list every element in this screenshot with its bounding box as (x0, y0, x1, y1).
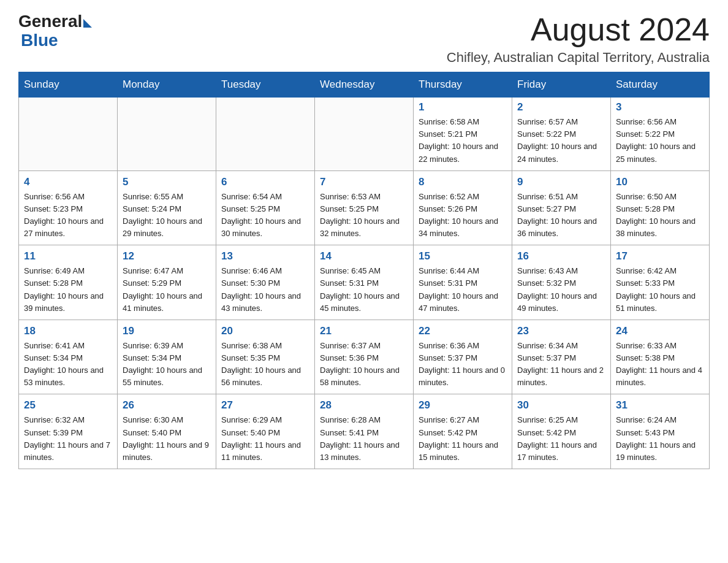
day-number: 1 (419, 101, 507, 113)
day-info: Sunrise: 6:46 AM Sunset: 5:30 PM Dayligh… (221, 265, 309, 315)
day-number: 24 (616, 325, 704, 337)
day-info: Sunrise: 6:24 AM Sunset: 5:43 PM Dayligh… (616, 414, 704, 464)
day-number: 22 (419, 325, 507, 337)
calendar-week-row: 4Sunrise: 6:56 AM Sunset: 5:23 PM Daylig… (19, 170, 710, 245)
day-number: 3 (616, 101, 704, 113)
calendar-cell: 5Sunrise: 6:55 AM Sunset: 5:24 PM Daylig… (118, 170, 216, 245)
calendar-cell: 12Sunrise: 6:47 AM Sunset: 5:29 PM Dayli… (118, 245, 216, 320)
calendar-header-saturday: Saturday (611, 72, 710, 98)
day-info: Sunrise: 6:25 AM Sunset: 5:42 PM Dayligh… (517, 414, 605, 464)
day-number: 19 (123, 325, 211, 337)
calendar-cell: 18Sunrise: 6:41 AM Sunset: 5:34 PM Dayli… (19, 320, 118, 394)
calendar-cell: 2Sunrise: 6:57 AM Sunset: 5:22 PM Daylig… (512, 98, 611, 171)
day-number: 2 (517, 101, 605, 113)
day-info: Sunrise: 6:45 AM Sunset: 5:31 PM Dayligh… (320, 265, 408, 315)
day-number: 11 (24, 250, 112, 262)
calendar-cell: 21Sunrise: 6:37 AM Sunset: 5:36 PM Dayli… (315, 320, 414, 394)
calendar-cell: 10Sunrise: 6:50 AM Sunset: 5:28 PM Dayli… (611, 170, 710, 245)
calendar-header-friday: Friday (512, 72, 611, 98)
calendar-cell: 14Sunrise: 6:45 AM Sunset: 5:31 PM Dayli… (315, 245, 414, 320)
calendar-cell: 17Sunrise: 6:42 AM Sunset: 5:33 PM Dayli… (611, 245, 710, 320)
logo-blue: Blue (21, 31, 92, 50)
calendar-header-monday: Monday (118, 72, 216, 98)
calendar-header-thursday: Thursday (414, 72, 512, 98)
day-info: Sunrise: 6:27 AM Sunset: 5:42 PM Dayligh… (419, 414, 507, 464)
day-info: Sunrise: 6:44 AM Sunset: 5:31 PM Dayligh… (419, 265, 507, 315)
day-info: Sunrise: 6:57 AM Sunset: 5:22 PM Dayligh… (517, 116, 605, 166)
calendar-header-row: SundayMondayTuesdayWednesdayThursdayFrid… (19, 72, 710, 98)
calendar-cell: 15Sunrise: 6:44 AM Sunset: 5:31 PM Dayli… (414, 245, 512, 320)
day-number: 28 (320, 399, 408, 412)
day-number: 16 (517, 250, 605, 262)
day-number: 25 (24, 399, 112, 412)
day-info: Sunrise: 6:30 AM Sunset: 5:40 PM Dayligh… (123, 414, 211, 464)
day-number: 27 (221, 399, 309, 412)
day-number: 30 (517, 399, 605, 412)
title-area: August 2024 Chifley, Australian Capital … (447, 12, 710, 66)
day-info: Sunrise: 6:54 AM Sunset: 5:25 PM Dayligh… (221, 191, 309, 240)
calendar-cell: 28Sunrise: 6:28 AM Sunset: 5:41 PM Dayli… (315, 394, 414, 469)
day-number: 26 (123, 399, 211, 412)
calendar-cell: 11Sunrise: 6:49 AM Sunset: 5:28 PM Dayli… (19, 245, 118, 320)
calendar-cell: 1Sunrise: 6:58 AM Sunset: 5:21 PM Daylig… (414, 98, 512, 171)
day-info: Sunrise: 6:39 AM Sunset: 5:34 PM Dayligh… (123, 340, 211, 389)
calendar-week-row: 18Sunrise: 6:41 AM Sunset: 5:34 PM Dayli… (19, 320, 710, 394)
day-number: 8 (419, 176, 507, 188)
day-info: Sunrise: 6:43 AM Sunset: 5:32 PM Dayligh… (517, 265, 605, 315)
calendar-week-row: 11Sunrise: 6:49 AM Sunset: 5:28 PM Dayli… (19, 245, 710, 320)
calendar-cell: 27Sunrise: 6:29 AM Sunset: 5:40 PM Dayli… (216, 394, 315, 469)
calendar-header-wednesday: Wednesday (315, 72, 414, 98)
calendar-cell: 16Sunrise: 6:43 AM Sunset: 5:32 PM Dayli… (512, 245, 611, 320)
day-info: Sunrise: 6:50 AM Sunset: 5:28 PM Dayligh… (616, 191, 704, 240)
day-number: 23 (517, 325, 605, 337)
day-info: Sunrise: 6:37 AM Sunset: 5:36 PM Dayligh… (320, 340, 408, 389)
month-year-title: August 2024 (447, 12, 710, 47)
calendar-cell (216, 98, 315, 171)
day-info: Sunrise: 6:51 AM Sunset: 5:27 PM Dayligh… (517, 191, 605, 240)
day-number: 10 (616, 176, 704, 188)
calendar-cell: 8Sunrise: 6:52 AM Sunset: 5:26 PM Daylig… (414, 170, 512, 245)
day-number: 9 (517, 176, 605, 188)
calendar-cell: 29Sunrise: 6:27 AM Sunset: 5:42 PM Dayli… (414, 394, 512, 469)
calendar-cell: 23Sunrise: 6:34 AM Sunset: 5:37 PM Dayli… (512, 320, 611, 394)
calendar-cell (19, 98, 118, 171)
calendar-cell: 30Sunrise: 6:25 AM Sunset: 5:42 PM Dayli… (512, 394, 611, 469)
logo-triangle-icon (83, 19, 92, 28)
header: General Blue August 2024 Chifley, Austra… (18, 12, 710, 66)
calendar-cell: 26Sunrise: 6:30 AM Sunset: 5:40 PM Dayli… (118, 394, 216, 469)
calendar-cell: 4Sunrise: 6:56 AM Sunset: 5:23 PM Daylig… (19, 170, 118, 245)
day-info: Sunrise: 6:49 AM Sunset: 5:28 PM Dayligh… (24, 265, 112, 315)
day-number: 15 (419, 250, 507, 262)
day-info: Sunrise: 6:56 AM Sunset: 5:23 PM Dayligh… (24, 191, 112, 240)
day-info: Sunrise: 6:29 AM Sunset: 5:40 PM Dayligh… (221, 414, 309, 464)
day-number: 5 (123, 176, 211, 188)
day-info: Sunrise: 6:58 AM Sunset: 5:21 PM Dayligh… (419, 116, 507, 166)
calendar-cell: 31Sunrise: 6:24 AM Sunset: 5:43 PM Dayli… (611, 394, 710, 469)
calendar-cell: 19Sunrise: 6:39 AM Sunset: 5:34 PM Dayli… (118, 320, 216, 394)
day-number: 31 (616, 399, 704, 412)
calendar-cell: 6Sunrise: 6:54 AM Sunset: 5:25 PM Daylig… (216, 170, 315, 245)
day-info: Sunrise: 6:42 AM Sunset: 5:33 PM Dayligh… (616, 265, 704, 315)
day-info: Sunrise: 6:33 AM Sunset: 5:38 PM Dayligh… (616, 340, 704, 389)
logo-general: General (18, 12, 82, 31)
day-number: 6 (221, 176, 309, 188)
calendar-header-sunday: Sunday (19, 72, 118, 98)
day-info: Sunrise: 6:38 AM Sunset: 5:35 PM Dayligh… (221, 340, 309, 389)
logo: General Blue (18, 12, 92, 50)
day-info: Sunrise: 6:41 AM Sunset: 5:34 PM Dayligh… (24, 340, 112, 389)
calendar-table: SundayMondayTuesdayWednesdayThursdayFrid… (18, 72, 710, 469)
day-info: Sunrise: 6:28 AM Sunset: 5:41 PM Dayligh… (320, 414, 408, 464)
day-info: Sunrise: 6:52 AM Sunset: 5:26 PM Dayligh… (419, 191, 507, 240)
day-number: 17 (616, 250, 704, 262)
day-number: 20 (221, 325, 309, 337)
location-subtitle: Chifley, Australian Capital Territory, A… (447, 50, 710, 66)
calendar-cell: 22Sunrise: 6:36 AM Sunset: 5:37 PM Dayli… (414, 320, 512, 394)
calendar-cell: 20Sunrise: 6:38 AM Sunset: 5:35 PM Dayli… (216, 320, 315, 394)
calendar-cell (315, 98, 414, 171)
calendar-cell (118, 98, 216, 171)
day-info: Sunrise: 6:36 AM Sunset: 5:37 PM Dayligh… (419, 340, 507, 389)
day-number: 13 (221, 250, 309, 262)
day-info: Sunrise: 6:53 AM Sunset: 5:25 PM Dayligh… (320, 191, 408, 240)
day-info: Sunrise: 6:34 AM Sunset: 5:37 PM Dayligh… (517, 340, 605, 389)
day-info: Sunrise: 6:56 AM Sunset: 5:22 PM Dayligh… (616, 116, 704, 166)
